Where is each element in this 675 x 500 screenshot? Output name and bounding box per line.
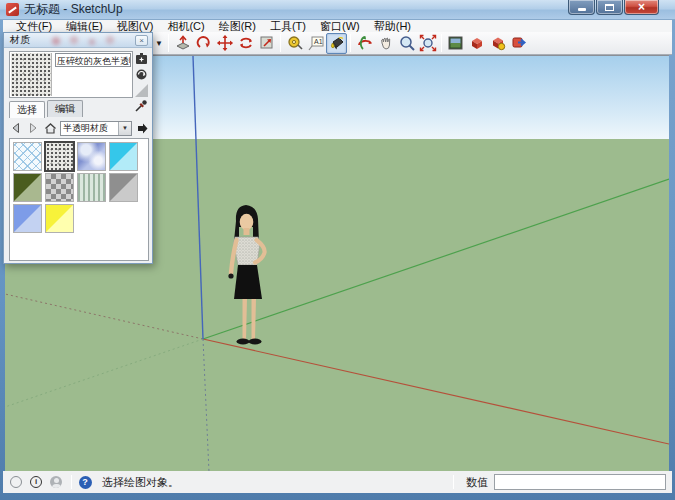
- material-swatch[interactable]: [77, 142, 106, 171]
- material-swatch[interactable]: [109, 173, 138, 202]
- sample-paint-button[interactable]: [134, 99, 148, 115]
- aero-glass-blur: [44, 34, 124, 47]
- send-model-button[interactable]: [508, 33, 529, 54]
- close-button[interactable]: ×: [624, 0, 659, 15]
- window-title: 无标题 - SketchUp: [24, 1, 123, 18]
- material-preview-panel: 压碎纹的灰色半透明树: [9, 51, 133, 98]
- home-icon: [44, 122, 57, 135]
- material-swatch[interactable]: [45, 173, 74, 202]
- material-swatch[interactable]: [109, 142, 138, 171]
- status-bar: i ? 选择绘图对象。 数值: [3, 471, 672, 493]
- claim-credit-icon[interactable]: i: [29, 475, 43, 489]
- menu-edit[interactable]: 编辑(E): [59, 20, 110, 32]
- back-button[interactable]: [9, 121, 23, 135]
- eyedropper-icon: [134, 99, 148, 113]
- secondary-pane-toggle[interactable]: [135, 84, 148, 97]
- materials-close-button[interactable]: ×: [135, 35, 148, 46]
- material-swatch[interactable]: [13, 142, 42, 171]
- set-default-material-icon: [135, 68, 148, 81]
- paint-bucket-icon: [328, 34, 346, 52]
- material-swatch[interactable]: [45, 142, 74, 171]
- text-icon: A1: [307, 34, 325, 52]
- toolbar-overflow-icon[interactable]: ▼: [153, 39, 165, 48]
- collection-selected: 半透明材质: [61, 122, 118, 135]
- back-arrow-icon: [10, 122, 22, 134]
- minimize-icon: [578, 8, 586, 11]
- text-tool-button[interactable]: A1: [305, 33, 326, 54]
- share-model-button[interactable]: [487, 33, 508, 54]
- material-swatch[interactable]: [45, 204, 74, 233]
- minimize-button[interactable]: [568, 0, 595, 15]
- menu-help[interactable]: 帮助(H): [367, 20, 418, 32]
- material-swatch-panel: [9, 138, 149, 261]
- pan-tool-button[interactable]: [375, 33, 396, 54]
- get-models-button[interactable]: [466, 33, 487, 54]
- material-swatch[interactable]: [77, 173, 106, 202]
- tab-select[interactable]: 选择: [9, 101, 45, 118]
- push-pull-icon: [174, 34, 192, 52]
- sign-in-icon[interactable]: [49, 475, 63, 489]
- details-arrow-button[interactable]: [135, 121, 149, 135]
- help-icon[interactable]: ?: [78, 475, 92, 489]
- material-name-field[interactable]: 压碎纹的灰色半透明树: [55, 53, 131, 67]
- close-icon: ×: [638, 1, 645, 13]
- toolbar-separator: [350, 34, 351, 52]
- materials-nav-row: 半透明材质 ▼: [9, 120, 149, 136]
- tape-measure-icon: [286, 34, 304, 52]
- toolbar-separator: [280, 34, 281, 52]
- materials-dialog[interactable]: 材质 × 压碎纹的灰色半透明树: [3, 32, 153, 264]
- material-swatch[interactable]: [13, 204, 42, 233]
- maximize-button[interactable]: [596, 0, 623, 15]
- measurements-label: 数值: [466, 475, 488, 490]
- create-material-button[interactable]: [135, 52, 148, 65]
- status-hint: 选择绘图对象。: [102, 475, 179, 490]
- statusbar-separator: [453, 475, 454, 489]
- offset-icon: [258, 34, 276, 52]
- materials-dialog-title: 材质: [10, 33, 30, 47]
- menu-view[interactable]: 视图(V): [110, 20, 161, 32]
- push-pull-tool-button[interactable]: [172, 33, 193, 54]
- share-model-icon: [489, 34, 507, 52]
- get-current-view-button[interactable]: [445, 33, 466, 54]
- orbit-icon: [356, 34, 374, 52]
- menu-camera[interactable]: 相机(C): [160, 20, 211, 32]
- rotate-tool-button[interactable]: [235, 33, 256, 54]
- follow-me-tool-button[interactable]: [193, 33, 214, 54]
- tab-edit[interactable]: 编辑: [47, 100, 83, 117]
- secondary-pane-icon: [135, 84, 148, 97]
- offset-tool-button[interactable]: [256, 33, 277, 54]
- materials-dialog-titlebar[interactable]: 材质 ×: [4, 33, 152, 48]
- collection-dropdown[interactable]: 半透明材质 ▼: [60, 121, 132, 136]
- statusbar-separator: [71, 475, 72, 489]
- send-model-icon: [510, 34, 528, 52]
- orbit-tool-button[interactable]: [354, 33, 375, 54]
- paint-bucket-tool-button[interactable]: [326, 33, 347, 54]
- forward-button[interactable]: [26, 121, 40, 135]
- zoom-tool-button[interactable]: [396, 33, 417, 54]
- svg-text:A1: A1: [314, 38, 323, 45]
- menu-file[interactable]: 文件(F): [9, 20, 59, 32]
- get-current-view-icon: [447, 34, 465, 52]
- menu-window[interactable]: 窗口(W): [313, 20, 367, 32]
- maximize-icon: [605, 4, 614, 11]
- move-tool-button[interactable]: [214, 33, 235, 54]
- menu-tools[interactable]: 工具(T): [263, 20, 313, 32]
- get-models-icon: [468, 34, 486, 52]
- set-default-material-button[interactable]: [135, 68, 148, 81]
- chevron-down-icon: ▼: [118, 122, 131, 135]
- title-bar[interactable]: 无标题 - SketchUp ×: [0, 0, 675, 20]
- move-icon: [216, 34, 234, 52]
- forward-arrow-icon: [27, 122, 39, 134]
- follow-me-icon: [195, 34, 213, 52]
- menu-draw[interactable]: 绘图(R): [212, 20, 263, 32]
- geolocation-icon[interactable]: [9, 475, 23, 489]
- material-swatch[interactable]: [13, 173, 42, 202]
- zoom-icon: [398, 34, 416, 52]
- zoom-extents-tool-button[interactable]: [417, 33, 438, 54]
- sketchup-logo-icon: [6, 3, 19, 16]
- home-button[interactable]: [43, 121, 57, 135]
- details-arrow-icon: [136, 122, 149, 135]
- materials-tabs: 选择 编辑: [9, 102, 85, 117]
- tape-measure-tool-button[interactable]: [284, 33, 305, 54]
- measurements-input[interactable]: [494, 474, 666, 490]
